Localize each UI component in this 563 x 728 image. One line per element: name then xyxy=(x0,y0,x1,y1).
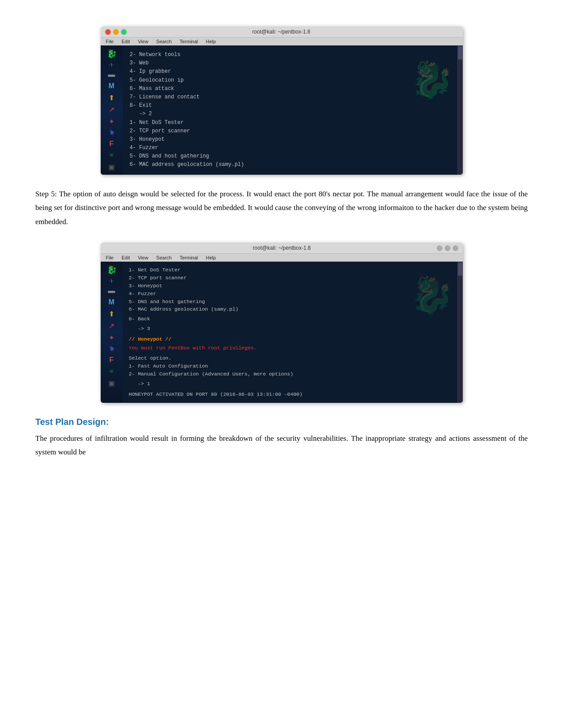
t2-menu-edit[interactable]: Edit xyxy=(121,255,130,260)
t2-sidebar-arrow-up: ⬆ xyxy=(109,310,114,318)
t2-sidebar-cursor: 🖱 xyxy=(109,345,115,353)
sidebar-icon-cursor: 🖱 xyxy=(109,129,115,136)
sidebar-icon-monitor: ▬ xyxy=(108,71,115,79)
t2-sidebar-box: ▣ xyxy=(108,379,115,387)
sidebar-icon-dragon: 🐉 xyxy=(107,49,117,59)
t2-line-3: 3- Honeypot xyxy=(129,282,457,290)
terminal1-line-3: 4- Ip grabber xyxy=(130,68,456,76)
t2-scrollbar-thumb[interactable] xyxy=(458,263,462,276)
t2-menu-search[interactable]: Search xyxy=(156,255,172,260)
sidebar-icon-1: ·1· xyxy=(110,62,114,67)
menu-help[interactable]: Help xyxy=(206,39,216,44)
t2-line-back: 0- Back xyxy=(129,315,457,323)
t2-line-opt1: 1- Fast Auto Configuration xyxy=(129,362,457,370)
t2-line-arrow: -> 3 xyxy=(129,325,457,333)
t2-line-1: 1- Net DoS Tester xyxy=(129,266,457,274)
terminal1-line-1: 2- Network tools xyxy=(130,51,456,59)
t2-line-arrow2: -> 1 xyxy=(129,380,457,388)
step5-text: Step 5: The option of auto deisgn would … xyxy=(35,190,528,226)
t2-line-4: 4- Fuzzer xyxy=(129,290,457,298)
t2-line-6: 6- MAC addross geolocation (samy.pl) xyxy=(129,305,457,313)
t2-sidebar-1: ·1· xyxy=(110,278,114,283)
terminal2-content: 🐉 1- Net DoS Tester 2- TCP port scanner … xyxy=(123,262,463,402)
terminal1-line-4: 5- Geolocation ip xyxy=(130,76,456,85)
menu-view[interactable]: View xyxy=(138,39,148,44)
sidebar-icon-f: F xyxy=(110,140,114,148)
t2-close-btn[interactable] xyxy=(453,245,458,251)
terminal1-line-13: 6- MAC address geolocation (samy.pl) xyxy=(130,161,456,169)
terminal1-title: root@kali: ~/pentbox-1.8 xyxy=(127,29,436,35)
t2-restore-btn[interactable] xyxy=(445,245,450,251)
t2-sidebar-star: ✦ xyxy=(109,334,114,342)
menu-terminal[interactable]: Terminal xyxy=(180,39,198,44)
terminal1-titlebar: root@kali: ~/pentbox-1.8 xyxy=(101,26,463,38)
terminal2-scrollbar[interactable] xyxy=(457,262,463,402)
t2-sidebar-m: M xyxy=(109,298,114,306)
scrollbar-thumb[interactable] xyxy=(458,46,462,60)
terminal1-content: 🐉 2- Network tools 3- Web 4- Ip grabber … xyxy=(123,45,463,175)
terminal1-window-controls[interactable] xyxy=(105,29,127,35)
terminal1-line-2: 3- Web xyxy=(130,59,456,68)
sidebar-icon-star: ✦ xyxy=(109,117,114,126)
terminal1-menubar: File Edit View Search Terminal Help xyxy=(101,38,463,45)
t2-line-root-warn: You must run PentBox with root privilege… xyxy=(129,344,457,352)
terminal2-titlebar: root@kali: ~/pentbox-1.8 xyxy=(101,243,463,254)
sidebar-icon-box: ▣ xyxy=(108,163,115,171)
step5-paragraph: Step 5: The option of auto deisgn would … xyxy=(35,187,528,229)
t2-sidebar-monitor: ▬ xyxy=(108,287,115,295)
t2-menu-file[interactable]: File xyxy=(106,255,114,260)
t2-menu-terminal[interactable]: Terminal xyxy=(180,255,198,260)
t2-menu-view[interactable]: View xyxy=(138,255,148,260)
terminal1-line-5: 6- Mass attack xyxy=(130,85,456,93)
terminal1-line-8: 1- Net DoS Tester xyxy=(130,119,456,127)
terminal2-menubar: File Edit View Search Terminal Help xyxy=(101,254,463,262)
terminal1-line-12: 5- DNS and host gathering xyxy=(130,152,456,161)
sidebar-icon-menu: ≡ xyxy=(110,151,113,159)
menu-file[interactable]: File xyxy=(106,39,114,44)
t2-line-2: 2- TCP port scanner xyxy=(129,274,457,282)
t2-kali-watermark: 🐉 xyxy=(410,270,454,325)
terminal1-line-11: 4- Fuzzer xyxy=(130,144,456,152)
t2-sidebar-menu: ≡ xyxy=(110,368,113,375)
terminal2-title: root@kali: ~/pentbox-1.8 xyxy=(127,245,437,251)
t2-min-btn[interactable] xyxy=(437,245,442,251)
t2-sidebar-arrow-diag: ↗ xyxy=(109,322,114,330)
terminal2-sidebar: 🐉 ·1· ▬ M ⬆ ↗ ✦ 🖱 F ≡ ▣ xyxy=(101,262,123,402)
terminal1-line-arrow: -> 2 xyxy=(130,110,456,118)
t2-line-activated: HONEYPOT ACTIVATED ON PORT 80 (2016-06-0… xyxy=(129,390,457,398)
terminal1-line-7: 8- Exit xyxy=(130,101,456,110)
t2-line-honeypot: // Honeypot // xyxy=(129,335,457,343)
sidebar-icon-m: M xyxy=(109,82,114,90)
sidebar-icon-arrow-diag: ↗ xyxy=(109,105,114,114)
maximize-btn[interactable] xyxy=(121,29,127,35)
t2-line-5: 5- DNS and host gathering xyxy=(129,298,457,306)
terminal1-sidebar: 🐉 ·1· ▬ M ⬆ ↗ ✦ 🖱 F ≡ ▣ xyxy=(101,45,123,175)
terminal1-scrollbar[interactable] xyxy=(457,45,463,175)
menu-search[interactable]: Search xyxy=(156,39,172,44)
terminal2-frame: root@kali: ~/pentbox-1.8 File Edit View … xyxy=(101,243,463,402)
minimize-btn[interactable] xyxy=(113,29,119,35)
t2-line-select: Select option. xyxy=(129,354,457,362)
test-plan-section: Test Plan Design: The procedures of infi… xyxy=(35,417,528,459)
section-title: Test Plan Design: xyxy=(35,417,528,427)
t2-menu-help[interactable]: Help xyxy=(206,255,216,260)
t2-sidebar-f: F xyxy=(110,356,114,364)
section-body: The procedures of infiltration would res… xyxy=(35,432,528,459)
sidebar-icon-arrow-up: ⬆ xyxy=(109,94,114,102)
menu-edit[interactable]: Edit xyxy=(121,39,130,44)
terminal2-window-controls[interactable] xyxy=(437,245,458,251)
terminal1-line-9: 2- TCP port scanner xyxy=(130,127,456,135)
close-btn[interactable] xyxy=(105,29,111,35)
t2-sidebar-dragon: 🐉 xyxy=(107,265,117,275)
terminal1-line-10: 3- Honeypot xyxy=(130,135,456,144)
kali-watermark: 🐉 xyxy=(410,54,454,111)
t2-line-opt2: 2- Manual Configuration (Advanced Users,… xyxy=(129,370,457,378)
terminal1-line-6: 7- License and contact xyxy=(130,93,456,101)
